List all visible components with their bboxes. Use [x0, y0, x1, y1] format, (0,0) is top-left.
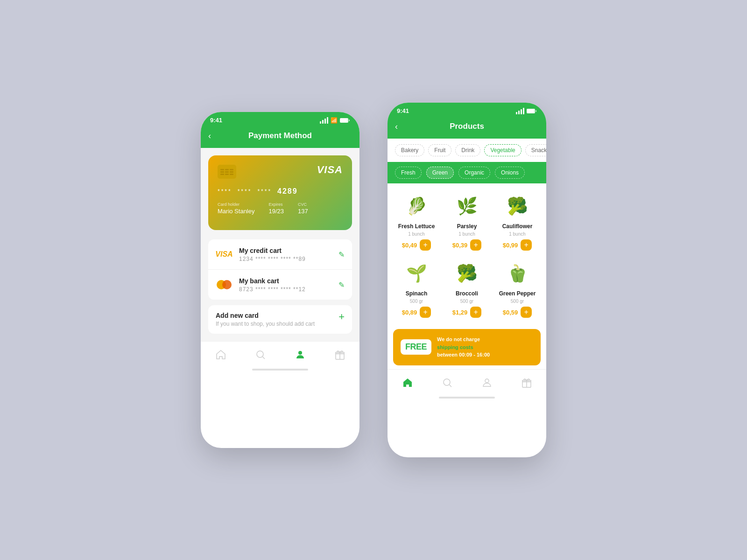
- parsley-price-row: $0,39 +: [452, 239, 482, 251]
- visa-info: My credit cart 1234 **** **** **** **89: [239, 247, 332, 262]
- visa-text: VISA: [215, 250, 233, 259]
- gift-icon-right: [521, 377, 532, 388]
- chip-icon: [218, 165, 236, 179]
- nav-gift-right[interactable]: [514, 375, 540, 390]
- add-card-title: Add new card: [216, 312, 332, 319]
- svg-rect-2: [349, 119, 350, 121]
- add-broccoli-button[interactable]: +: [470, 307, 481, 318]
- user-icon-left: [295, 349, 306, 360]
- mastercard-circles: [217, 280, 232, 289]
- add-card-subtitle: If you want to shop, you should add cart: [216, 321, 332, 327]
- sub-onions[interactable]: Onions: [495, 167, 525, 179]
- card-dots-3: ****: [257, 188, 272, 195]
- gift-icon-left: [334, 349, 345, 360]
- spinach-price-row: $0,89 +: [402, 307, 431, 318]
- spinach-price: $0,89: [402, 309, 417, 316]
- sub-category-bar: Fresh Green Organic Onions: [388, 162, 546, 183]
- svg-line-4: [262, 357, 265, 359]
- nav-profile-left[interactable]: [287, 347, 313, 362]
- add-green-pepper-button[interactable]: +: [521, 307, 532, 318]
- cvc-label: CVC: [298, 202, 308, 207]
- card-expires-section: Expires 19/23: [268, 202, 284, 215]
- add-parsley-button[interactable]: +: [470, 239, 481, 251]
- broccoli-name: Broccoli: [456, 290, 478, 297]
- lettuce-price: $0,49: [402, 242, 417, 249]
- payment-title: Payment Method: [248, 131, 312, 140]
- nav-home-right[interactable]: [395, 375, 421, 390]
- green-pepper-name: Green Pepper: [499, 290, 536, 297]
- products-title: Products: [450, 122, 484, 131]
- parsley-name: Parsley: [457, 223, 477, 230]
- svg-point-5: [298, 351, 302, 355]
- products-phone: 9:41 ‹ Products Bakery Fruit Drink Veget…: [388, 103, 546, 457]
- free-shipping-banner: FREE We do not charge shipping costs bet…: [393, 329, 541, 365]
- sub-fresh[interactable]: Fresh: [395, 167, 422, 179]
- spinach-unit: 500 gr: [410, 299, 423, 304]
- free-label: FREE: [405, 342, 427, 352]
- green-pepper-price-row: $0,59 +: [503, 307, 532, 318]
- status-bar-right: 9:41: [388, 103, 546, 117]
- search-icon-left: [255, 349, 266, 360]
- add-cauliflower-button[interactable]: +: [521, 239, 532, 251]
- cat-drink[interactable]: Drink: [455, 144, 480, 156]
- cvc-value: 137: [298, 208, 308, 215]
- payment-list: VISA My credit cart 1234 **** **** **** …: [208, 239, 352, 300]
- status-bar-left: 9:41 📶: [201, 112, 359, 126]
- card-info: Card holder Mario Stanley Expires 19/23 …: [218, 202, 343, 215]
- edit-mastercard-button[interactable]: ✎: [338, 280, 345, 289]
- payment-item-visa[interactable]: VISA My credit cart 1234 **** **** **** …: [208, 239, 352, 270]
- cat-bakery[interactable]: Bakery: [395, 144, 424, 156]
- visa-name: My credit cart: [239, 247, 332, 254]
- add-card-info: Add new card If you want to shop, you sh…: [216, 312, 332, 327]
- svg-point-11: [444, 379, 450, 385]
- mastercard-number: 8723 **** **** **** **12: [239, 286, 332, 293]
- nav-gift-left[interactable]: [327, 347, 353, 362]
- nav-search-left[interactable]: [247, 347, 274, 362]
- back-button-right[interactable]: ‹: [395, 122, 398, 132]
- svg-point-3: [257, 351, 263, 357]
- svg-line-12: [449, 385, 451, 387]
- edit-visa-button[interactable]: ✎: [338, 250, 345, 259]
- add-card-button[interactable]: +: [338, 312, 345, 322]
- sub-green[interactable]: Green: [426, 167, 454, 179]
- add-lettuce-button[interactable]: +: [420, 239, 431, 251]
- card-holder-section: Card holder Mario Stanley: [218, 202, 254, 215]
- product-grid: 🥬 Fresh Lettuce 1 bunch $0,49 + 🌿 Parsle…: [388, 183, 546, 325]
- free-shipping-text: We do not charge shipping costs between …: [437, 336, 490, 359]
- cat-fruit[interactable]: Fruit: [428, 144, 451, 156]
- parsley-image: 🌿: [450, 191, 485, 221]
- card-holder-label: Card holder: [218, 202, 254, 207]
- green-pepper-image: 🫑: [500, 258, 535, 288]
- back-button-left[interactable]: ‹: [208, 131, 211, 141]
- visa-brand: VISA: [317, 164, 343, 176]
- broccoli-price: $1,29: [452, 309, 468, 316]
- free-line3: between 00:09 - 16:00: [437, 352, 490, 357]
- sub-organic[interactable]: Organic: [458, 167, 490, 179]
- lettuce-price-row: $0,49 +: [402, 239, 431, 251]
- nav-user-right[interactable]: [474, 375, 500, 390]
- cauliflower-price: $0,99: [503, 242, 518, 249]
- svg-rect-10: [536, 110, 536, 112]
- chip-pattern: [220, 169, 233, 175]
- cat-snack[interactable]: Snack: [525, 144, 546, 156]
- user-icon-right: [481, 377, 493, 388]
- card-last4: 4289: [277, 187, 298, 196]
- bottom-nav-left: [201, 341, 359, 366]
- payment-item-mastercard[interactable]: My bank cart 8723 **** **** **** **12 ✎: [208, 270, 352, 300]
- parsley-price: $0,39: [452, 242, 468, 249]
- expires-label: Expires: [268, 202, 284, 207]
- home-indicator-left: [252, 369, 308, 371]
- green-pepper-unit: 500 gr: [511, 299, 524, 304]
- product-broccoli: 🥦 Broccoli 500 gr $1,29 +: [445, 258, 488, 318]
- signal-icon: [320, 117, 328, 124]
- add-card-section[interactable]: Add new card If you want to shop, you sh…: [208, 305, 352, 334]
- battery-icon-right: [527, 108, 537, 114]
- card-dots-1: ****: [218, 188, 232, 195]
- lettuce-image: 🥬: [399, 191, 434, 221]
- product-cauliflower: 🥦 Cauliflower 1 bunch $0,99 +: [496, 191, 539, 251]
- cat-vegetable[interactable]: Vegetable: [484, 144, 521, 156]
- nav-search-right[interactable]: [434, 375, 460, 390]
- add-spinach-button[interactable]: +: [420, 307, 431, 318]
- nav-home-left[interactable]: [208, 347, 234, 362]
- broccoli-image: 🥦: [450, 258, 485, 288]
